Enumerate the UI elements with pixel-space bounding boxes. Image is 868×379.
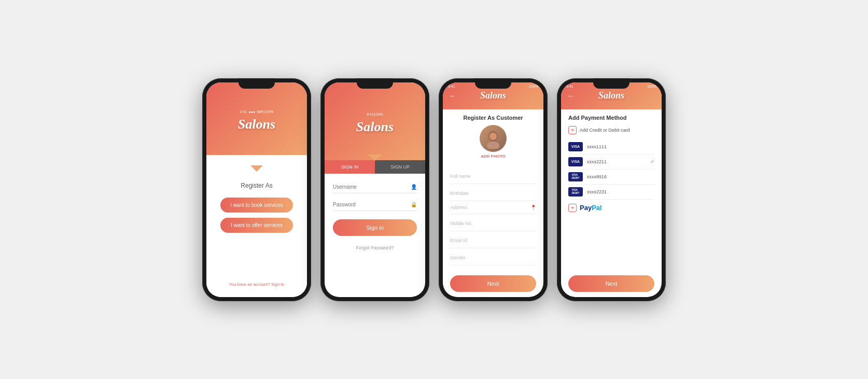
app-title-4: Salons [598, 90, 624, 101]
tab-signin[interactable]: SIGN IN [325, 160, 375, 174]
form-fields-3: Full name Birthdate Address 📍 Mobile No.… [443, 164, 543, 270]
add-card-label: Add Credit or Debit card [580, 128, 630, 133]
add-paypal-icon: + [568, 204, 577, 212]
payment-title: Add Payment Method [568, 115, 654, 121]
selected-checkmark: ✓ [650, 159, 654, 164]
card-row-1[interactable]: VISA xxxx1111 [568, 139, 654, 155]
phones-container: 9:41 ●●● WiFi 100% Salons Register As I … [202, 78, 666, 301]
paypal-row[interactable]: + PayPal [568, 200, 654, 216]
register-title: Register As Customer [448, 115, 538, 121]
paypal-label: PayPal [580, 204, 602, 212]
wifi-1: WiFi [257, 110, 264, 114]
card-row-2[interactable]: VISA xxxx2211 ✓ [568, 155, 654, 170]
next-btn-container-3: Next [443, 270, 543, 297]
phone-2: 9:41 100% Salons SIGN IN SIGN UP 👤 🔒 [320, 78, 429, 301]
screen-4: 9:41 100% ← Salons Add Payment Method + … [561, 82, 662, 297]
status-bar-1: 9:41 ●●● WiFi 100% [234, 105, 279, 117]
card-number-3: xxxx8916 [587, 174, 654, 179]
signin-button[interactable]: Sign in [333, 219, 417, 236]
register-header-3: Register As Customer ADD PHOTO [443, 109, 543, 164]
dots-1: ●●● [249, 110, 256, 114]
card-number-4: xxxx2231 [587, 189, 654, 194]
field-address: Address 📍 [450, 201, 536, 214]
offer-services-button[interactable]: I want to offer services [220, 218, 293, 233]
user-icon: 👤 [411, 184, 417, 190]
card-number-2: xxxx2211 [587, 159, 646, 164]
app-title-1: Salons [238, 117, 275, 132]
notch-1 [239, 78, 275, 89]
status-right-1: 100% [264, 110, 273, 114]
time-3: 9:41 [448, 85, 455, 88]
lock-icon: 🔒 [411, 202, 417, 207]
card-row-3[interactable]: VISADEBIT xxxx8916 [568, 170, 654, 185]
notch-2 [357, 78, 393, 89]
field-birthdate: Birthdate [450, 184, 536, 201]
notch-3 [475, 78, 511, 89]
avatar-3 [480, 125, 507, 152]
content-1: Register As I want to book services I wa… [206, 155, 307, 297]
screen-3: 9:41 100% ← Salons Register As Customer [443, 82, 543, 297]
arrow-divider [250, 165, 263, 172]
tab-signup[interactable]: SIGN UP [375, 160, 425, 174]
sign-in-link[interactable]: Sign In [271, 282, 284, 287]
username-input[interactable] [333, 184, 411, 190]
svg-point-2 [487, 142, 499, 149]
phone-1: 9:41 ●●● WiFi 100% Salons Register As I … [202, 78, 311, 301]
back-arrow-3[interactable]: ← [449, 92, 456, 100]
add-card-icon: + [568, 126, 577, 134]
password-input[interactable] [333, 202, 411, 207]
visa-debit-icon-4: VISADEBIT [568, 187, 583, 196]
time-4: 9:41 [566, 85, 573, 88]
card-row-4[interactable]: VISADEBIT xxxx2231 [568, 185, 654, 200]
account-text: You have an account? Sign In [229, 282, 284, 287]
next-btn-container-4: Next [561, 270, 662, 297]
card-number-1: xxxx1111 [587, 144, 654, 149]
avatar-svg [483, 128, 503, 149]
time-1: 9:41 [240, 110, 247, 114]
username-field-container: 👤 [333, 181, 417, 193]
status-left-1: 9:41 ●●● WiFi [240, 110, 264, 114]
time-2: 9:41 [367, 113, 374, 116]
field-full-name: Full name [450, 167, 536, 184]
battery-4: 100% [647, 85, 656, 88]
phone-4: 9:41 100% ← Salons Add Payment Method + … [557, 78, 666, 301]
battery-3: 100% [529, 85, 538, 88]
have-account-label: You have an account? [229, 282, 270, 287]
svg-point-3 [489, 133, 497, 140]
next-button-3[interactable]: Next [450, 275, 536, 292]
payment-content: Add Payment Method + Add Credit or Debit… [561, 109, 662, 270]
notch-4 [593, 78, 629, 89]
add-photo-text[interactable]: ADD PHOTO [448, 154, 538, 159]
tab-bar-2: SIGN IN SIGN UP [325, 160, 425, 174]
field-email: Email Id [450, 231, 536, 248]
back-arrow-4[interactable]: ← [567, 92, 575, 100]
field-mobile: Mobile No. [450, 214, 536, 231]
field-about: About yourself [450, 265, 536, 270]
battery-1: 100% [264, 110, 273, 114]
form-area-2: 👤 🔒 Sign in Forgot Password? [325, 174, 425, 297]
add-card-row[interactable]: + Add Credit or Debit card [568, 126, 654, 134]
header-1: 9:41 ●●● WiFi 100% Salons [206, 82, 307, 155]
forgot-password-link[interactable]: Forgot Password? [333, 245, 417, 250]
header-2: 9:41 100% Salons [325, 82, 425, 160]
app-title-2: Salons [356, 119, 394, 135]
register-as-title: Register As [241, 182, 272, 189]
battery-2: 100% [374, 113, 383, 116]
field-gender: Gender [450, 248, 536, 265]
location-icon: 📍 [530, 205, 536, 210]
app-title-3: Salons [480, 90, 506, 101]
status-bar-2: 9:41 100% [360, 108, 389, 119]
visa-icon-1: VISA [568, 142, 583, 151]
screen-2: 9:41 100% Salons SIGN IN SIGN UP 👤 🔒 [325, 82, 425, 297]
visa-debit-icon-3: VISADEBIT [568, 172, 583, 181]
visa-icon-2: VISA [568, 157, 583, 166]
screen-1: 9:41 ●●● WiFi 100% Salons Register As I … [206, 82, 307, 297]
phone-3: 9:41 100% ← Salons Register As Customer [439, 78, 548, 301]
password-field-container: 🔒 [333, 199, 417, 211]
next-button-4[interactable]: Next [568, 275, 654, 292]
book-services-button[interactable]: I want to book services [220, 198, 293, 213]
